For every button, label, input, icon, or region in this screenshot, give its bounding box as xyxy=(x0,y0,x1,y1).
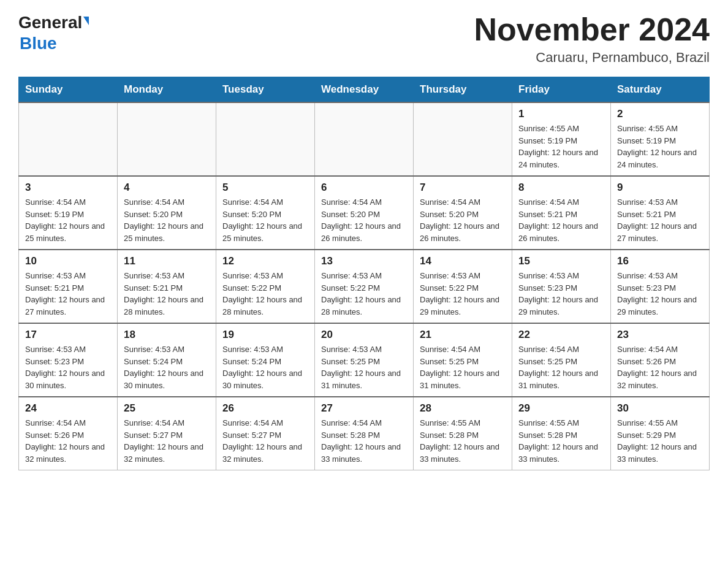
day-info: Sunrise: 4:53 AMSunset: 5:22 PMDaylight:… xyxy=(321,270,407,318)
day-info: Sunrise: 4:54 AMSunset: 5:20 PMDaylight:… xyxy=(420,196,506,244)
day-number: 12 xyxy=(222,255,308,267)
calendar-week-row: 1Sunrise: 4:55 AMSunset: 5:19 PMDaylight… xyxy=(19,102,710,176)
calendar-week-row: 24Sunrise: 4:54 AMSunset: 5:26 PMDayligh… xyxy=(19,397,710,470)
day-info: Sunrise: 4:55 AMSunset: 5:29 PMDaylight:… xyxy=(617,417,703,465)
calendar-week-row: 10Sunrise: 4:53 AMSunset: 5:21 PMDayligh… xyxy=(19,250,710,323)
table-row: 2Sunrise: 4:55 AMSunset: 5:19 PMDaylight… xyxy=(611,102,710,176)
day-info: Sunrise: 4:54 AMSunset: 5:27 PMDaylight:… xyxy=(222,417,308,465)
table-row: 29Sunrise: 4:55 AMSunset: 5:28 PMDayligh… xyxy=(512,397,611,470)
day-number: 23 xyxy=(617,329,703,341)
table-row xyxy=(315,102,414,176)
header-monday: Monday xyxy=(118,77,216,103)
day-number: 1 xyxy=(518,108,604,120)
day-number: 2 xyxy=(617,108,703,120)
table-row xyxy=(414,102,512,176)
day-number: 11 xyxy=(124,255,210,267)
day-number: 29 xyxy=(518,402,604,415)
day-number: 4 xyxy=(124,182,210,194)
day-info: Sunrise: 4:55 AMSunset: 5:28 PMDaylight:… xyxy=(518,417,604,465)
table-row: 18Sunrise: 4:53 AMSunset: 5:24 PMDayligh… xyxy=(118,323,216,397)
day-info: Sunrise: 4:54 AMSunset: 5:20 PMDaylight:… xyxy=(321,196,407,244)
day-number: 18 xyxy=(124,329,210,341)
day-info: Sunrise: 4:53 AMSunset: 5:21 PMDaylight:… xyxy=(617,196,703,244)
day-info: Sunrise: 4:54 AMSunset: 5:25 PMDaylight:… xyxy=(518,343,604,391)
day-info: Sunrise: 4:53 AMSunset: 5:24 PMDaylight:… xyxy=(222,343,308,391)
header-thursday: Thursday xyxy=(414,77,512,103)
table-row: 3Sunrise: 4:54 AMSunset: 5:19 PMDaylight… xyxy=(19,176,118,250)
table-row: 12Sunrise: 4:53 AMSunset: 5:22 PMDayligh… xyxy=(216,250,315,323)
day-info: Sunrise: 4:54 AMSunset: 5:20 PMDaylight:… xyxy=(124,196,210,244)
day-info: Sunrise: 4:54 AMSunset: 5:20 PMDaylight:… xyxy=(222,196,308,244)
header-saturday: Saturday xyxy=(611,77,710,103)
day-number: 24 xyxy=(25,402,111,415)
table-row: 11Sunrise: 4:53 AMSunset: 5:21 PMDayligh… xyxy=(118,250,216,323)
logo-general-text: General xyxy=(18,12,82,33)
header-friday: Friday xyxy=(512,77,611,103)
day-number: 10 xyxy=(25,255,111,267)
table-row: 22Sunrise: 4:54 AMSunset: 5:25 PMDayligh… xyxy=(512,323,611,397)
calendar-week-row: 17Sunrise: 4:53 AMSunset: 5:23 PMDayligh… xyxy=(19,323,710,397)
header-wednesday: Wednesday xyxy=(315,77,414,103)
table-row: 8Sunrise: 4:54 AMSunset: 5:21 PMDaylight… xyxy=(512,176,611,250)
logo-triangle-icon xyxy=(83,17,89,25)
day-number: 30 xyxy=(617,402,703,415)
table-row: 27Sunrise: 4:54 AMSunset: 5:28 PMDayligh… xyxy=(315,397,414,470)
day-number: 20 xyxy=(321,329,407,341)
logo-line1: General xyxy=(18,12,89,33)
day-number: 17 xyxy=(25,329,111,341)
table-row: 21Sunrise: 4:54 AMSunset: 5:25 PMDayligh… xyxy=(414,323,512,397)
day-number: 28 xyxy=(420,402,506,415)
table-row: 28Sunrise: 4:55 AMSunset: 5:28 PMDayligh… xyxy=(414,397,512,470)
day-info: Sunrise: 4:54 AMSunset: 5:26 PMDaylight:… xyxy=(25,417,111,465)
table-row: 16Sunrise: 4:53 AMSunset: 5:23 PMDayligh… xyxy=(611,250,710,323)
day-info: Sunrise: 4:55 AMSunset: 5:19 PMDaylight:… xyxy=(518,123,604,170)
logo: General Blue xyxy=(18,12,89,53)
title-block: November 2024 Caruaru, Pernambuco, Brazi… xyxy=(474,12,710,66)
table-row: 30Sunrise: 4:55 AMSunset: 5:29 PMDayligh… xyxy=(611,397,710,470)
day-number: 26 xyxy=(222,402,308,415)
calendar-table: Sunday Monday Tuesday Wednesday Thursday… xyxy=(18,77,710,470)
table-row: 25Sunrise: 4:54 AMSunset: 5:27 PMDayligh… xyxy=(118,397,216,470)
table-row xyxy=(118,102,216,176)
day-info: Sunrise: 4:53 AMSunset: 5:22 PMDaylight:… xyxy=(420,270,506,318)
table-row: 24Sunrise: 4:54 AMSunset: 5:26 PMDayligh… xyxy=(19,397,118,470)
day-info: Sunrise: 4:54 AMSunset: 5:21 PMDaylight:… xyxy=(518,196,604,244)
table-row: 1Sunrise: 4:55 AMSunset: 5:19 PMDaylight… xyxy=(512,102,611,176)
day-number: 8 xyxy=(518,182,604,194)
table-row: 19Sunrise: 4:53 AMSunset: 5:24 PMDayligh… xyxy=(216,323,315,397)
page-header: General Blue November 2024 Caruaru, Pern… xyxy=(18,12,710,66)
day-info: Sunrise: 4:53 AMSunset: 5:23 PMDaylight:… xyxy=(617,270,703,318)
day-info: Sunrise: 4:55 AMSunset: 5:19 PMDaylight:… xyxy=(617,123,703,170)
table-row: 14Sunrise: 4:53 AMSunset: 5:22 PMDayligh… xyxy=(414,250,512,323)
day-number: 6 xyxy=(321,182,407,194)
table-row: 17Sunrise: 4:53 AMSunset: 5:23 PMDayligh… xyxy=(19,323,118,397)
table-row: 4Sunrise: 4:54 AMSunset: 5:20 PMDaylight… xyxy=(118,176,216,250)
day-info: Sunrise: 4:54 AMSunset: 5:26 PMDaylight:… xyxy=(617,343,703,391)
day-info: Sunrise: 4:53 AMSunset: 5:23 PMDaylight:… xyxy=(25,343,111,391)
day-info: Sunrise: 4:53 AMSunset: 5:22 PMDaylight:… xyxy=(222,270,308,318)
day-info: Sunrise: 4:54 AMSunset: 5:19 PMDaylight:… xyxy=(25,196,111,244)
header-sunday: Sunday xyxy=(19,77,118,103)
table-row: 23Sunrise: 4:54 AMSunset: 5:26 PMDayligh… xyxy=(611,323,710,397)
calendar-subtitle: Caruaru, Pernambuco, Brazil xyxy=(474,50,710,66)
table-row: 7Sunrise: 4:54 AMSunset: 5:20 PMDaylight… xyxy=(414,176,512,250)
day-info: Sunrise: 4:53 AMSunset: 5:25 PMDaylight:… xyxy=(321,343,407,391)
header-tuesday: Tuesday xyxy=(216,77,315,103)
day-number: 13 xyxy=(321,255,407,267)
table-row: 6Sunrise: 4:54 AMSunset: 5:20 PMDaylight… xyxy=(315,176,414,250)
table-row: 9Sunrise: 4:53 AMSunset: 5:21 PMDaylight… xyxy=(611,176,710,250)
day-number: 7 xyxy=(420,182,506,194)
day-info: Sunrise: 4:53 AMSunset: 5:24 PMDaylight:… xyxy=(124,343,210,391)
table-row: 10Sunrise: 4:53 AMSunset: 5:21 PMDayligh… xyxy=(19,250,118,323)
day-number: 3 xyxy=(25,182,111,194)
logo-blue-text: Blue xyxy=(18,33,57,54)
table-row: 26Sunrise: 4:54 AMSunset: 5:27 PMDayligh… xyxy=(216,397,315,470)
day-info: Sunrise: 4:53 AMSunset: 5:21 PMDaylight:… xyxy=(124,270,210,318)
day-info: Sunrise: 4:55 AMSunset: 5:28 PMDaylight:… xyxy=(420,417,506,465)
day-info: Sunrise: 4:54 AMSunset: 5:27 PMDaylight:… xyxy=(124,417,210,465)
table-row: 5Sunrise: 4:54 AMSunset: 5:20 PMDaylight… xyxy=(216,176,315,250)
table-row xyxy=(19,102,118,176)
day-info: Sunrise: 4:53 AMSunset: 5:21 PMDaylight:… xyxy=(25,270,111,318)
day-number: 27 xyxy=(321,402,407,415)
calendar-header-row: Sunday Monday Tuesday Wednesday Thursday… xyxy=(19,77,710,103)
